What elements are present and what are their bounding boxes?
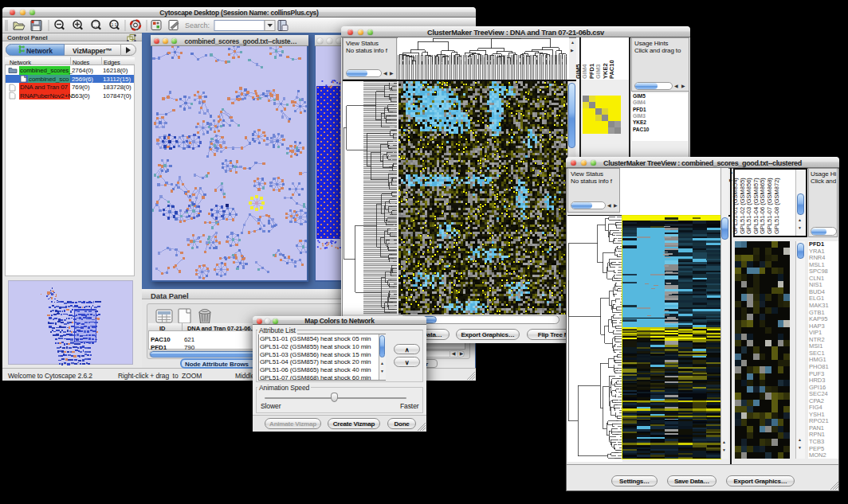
svg-text:Search:: Search: [185,21,210,29]
svg-text:1:1: 1:1 [111,22,117,27]
